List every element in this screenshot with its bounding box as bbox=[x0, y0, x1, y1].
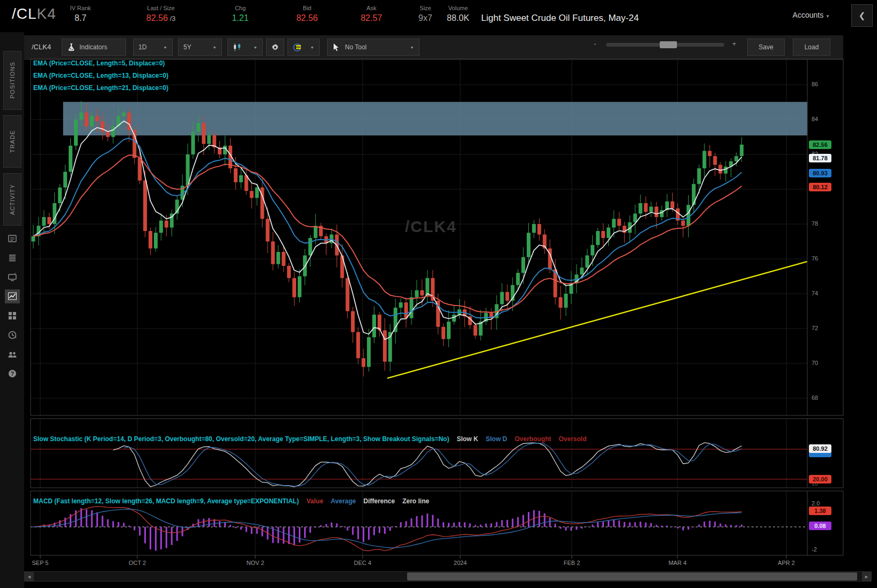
scrollbar-thumb[interactable] bbox=[407, 572, 857, 580]
date-tick-label: NOV 2 bbox=[246, 560, 264, 566]
price-axis-badge: 80.12 bbox=[809, 183, 831, 191]
macd-tick-label: -2 bbox=[812, 546, 817, 553]
macd-legend: ValueAverageDifferenceZero line bbox=[306, 497, 429, 505]
price-tick-label: 74 bbox=[812, 290, 818, 296]
legend-item: Slow K bbox=[456, 435, 478, 443]
macd-axis-badge: 0.08 bbox=[809, 522, 831, 530]
price-tick-label: 84 bbox=[812, 116, 818, 122]
horizontal-scrollbar[interactable]: ◄ ► bbox=[24, 571, 872, 582]
stochastic-legend: Slow KSlow DOverboughtOversold bbox=[456, 435, 586, 443]
symbol-watermark: /CLK4 bbox=[405, 218, 457, 236]
ema21-label[interactable]: EMA (Price=CLOSE, Length=21, Displace=0) bbox=[33, 84, 168, 92]
legend-item: Slow D bbox=[485, 435, 507, 443]
legend-item: Overbought bbox=[514, 435, 551, 443]
ema13-label[interactable]: EMA (Price=CLOSE, Length=13, Displace=0) bbox=[33, 72, 168, 79]
app-window: /CLK4 IV Rank8.7Last / Size82.56 /3Chg1.… bbox=[0, 0, 877, 588]
stochastic-axis-badge: 20.00 bbox=[809, 475, 831, 483]
supply-zone-rect[interactable] bbox=[63, 102, 807, 136]
legend-item: Average bbox=[331, 497, 356, 505]
price-tick-label: 70 bbox=[812, 360, 818, 366]
price-axis-badge: 80.93 bbox=[809, 169, 831, 177]
date-tick-label: MAR 4 bbox=[668, 560, 687, 566]
legend-item: Value bbox=[306, 497, 323, 505]
macd-histogram bbox=[33, 508, 742, 550]
stochastic-header[interactable]: Slow Stochastic (K Period=14, D Period=3… bbox=[33, 435, 587, 443]
macd-tick-label: 2.0 bbox=[812, 500, 820, 507]
price-tick-label: 78 bbox=[812, 220, 818, 227]
price-tick-label: 72 bbox=[812, 325, 818, 331]
date-tick-label: APR 2 bbox=[778, 560, 795, 566]
scroll-left-button[interactable]: ◄ bbox=[25, 572, 34, 581]
price-axis-badge: 82.56 bbox=[809, 140, 831, 149]
trendline[interactable] bbox=[387, 262, 807, 378]
macd-header[interactable]: MACD (Fast length=12, Slow length=26, MA… bbox=[33, 497, 429, 505]
date-tick-label: SEP 5 bbox=[32, 560, 49, 566]
price-tick-label: 86 bbox=[812, 81, 818, 87]
date-tick-label: 2024 bbox=[454, 560, 467, 566]
price-tick-label: 68 bbox=[812, 395, 818, 401]
price-axis-badge: 81.78 bbox=[809, 154, 831, 162]
scroll-right-button[interactable]: ► bbox=[862, 572, 871, 581]
stochastic-axis-badge: 80.92 bbox=[809, 444, 831, 453]
macd-axis-badge: 1.38 bbox=[809, 507, 831, 515]
date-tick-label: OCT 2 bbox=[129, 560, 146, 566]
legend-item: Oversold bbox=[558, 435, 586, 443]
date-tick-label: FEB 2 bbox=[564, 560, 580, 566]
ema-study-labels: EMA (Price=CLOSE, Length=5, Displace=0) … bbox=[33, 59, 168, 92]
legend-item: Difference bbox=[363, 497, 395, 505]
legend-item: Zero line bbox=[402, 497, 429, 505]
date-tick-label: DEC 4 bbox=[354, 560, 371, 566]
ema5-label[interactable]: EMA (Price=CLOSE, Length=5, Displace=0) bbox=[33, 59, 168, 67]
price-tick-label: 76 bbox=[812, 255, 818, 262]
candles-layer bbox=[32, 101, 744, 376]
